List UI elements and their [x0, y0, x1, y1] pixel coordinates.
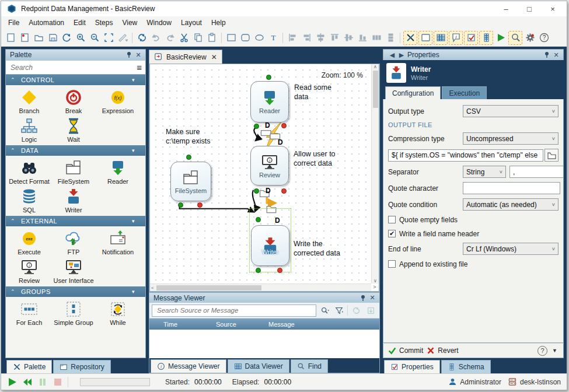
scroll-thumb[interactable] — [156, 285, 261, 290]
port-filesystem-in[interactable] — [186, 155, 191, 160]
scroll-left-icon[interactable]: < — [150, 285, 155, 290]
port-reader-in[interactable] — [266, 75, 271, 80]
help-icon[interactable]: ? — [537, 31, 551, 45]
stop-button[interactable] — [53, 377, 63, 387]
revert-button[interactable]: Revert — [427, 346, 458, 355]
palette-item-expression[interactable]: f(x)Expression — [96, 87, 140, 116]
pin-icon[interactable] — [358, 294, 368, 302]
annotation-allow[interactable]: Allow user to correct data — [294, 149, 346, 168]
port-writer-in[interactable] — [256, 217, 261, 222]
menu-view[interactable]: View — [117, 17, 142, 29]
rewind-button[interactable] — [22, 377, 33, 387]
append-row[interactable]: Append to existing file — [388, 259, 558, 269]
palette-search-input[interactable] — [9, 63, 137, 72]
message-viewer-close-icon[interactable]: ✕ — [368, 294, 377, 302]
tab-execution[interactable]: Execution — [442, 86, 487, 99]
scroll-thumb[interactable] — [373, 71, 378, 108]
distribute-horizontal-icon[interactable] — [369, 31, 383, 45]
new-document-icon[interactable] — [4, 31, 18, 45]
port-filesystem-error[interactable] — [197, 202, 203, 208]
close-button[interactable]: × — [541, 2, 564, 16]
menu-automation[interactable]: Automation — [24, 17, 69, 29]
toggle-schema-icon[interactable] — [479, 31, 493, 45]
browse-folder-button[interactable] — [544, 149, 558, 162]
palette-item-reader[interactable]: Reader — [96, 158, 140, 186]
annotation-write[interactable]: Write the corrected data — [294, 239, 346, 258]
help-circle-icon[interactable]: ? — [537, 346, 547, 356]
column-message[interactable]: Message — [265, 321, 298, 328]
filter-icon[interactable] — [333, 304, 345, 316]
palette-item-filesystem[interactable]: FileSystem — [51, 158, 96, 186]
node-filesystem[interactable]: FileSystem — [170, 162, 211, 201]
search-options-icon[interactable] — [318, 304, 331, 316]
palette-item-sql[interactable]: SQL — [7, 186, 51, 215]
align-middle-icon[interactable] — [341, 31, 355, 45]
align-left-icon[interactable] — [285, 31, 299, 45]
pin-icon[interactable] — [542, 51, 551, 59]
open-icon[interactable] — [32, 31, 46, 45]
more-options-icon[interactable]: ▼ — [551, 348, 558, 354]
palette-item-for-each[interactable]: For Each — [7, 299, 51, 327]
scroll-down-icon[interactable]: ∨ — [373, 278, 377, 284]
pause-button[interactable] — [37, 377, 48, 387]
separator-value-input[interactable] — [509, 166, 564, 178]
tab-properties[interactable]: Properties — [384, 360, 440, 373]
shape-ellipse-icon[interactable] — [252, 31, 266, 45]
quote-empty-checkbox[interactable] — [388, 216, 396, 223]
toggle-canvas-icon[interactable] — [418, 31, 432, 45]
cut-icon[interactable] — [177, 31, 191, 45]
save-icon[interactable] — [46, 31, 60, 45]
align-right-icon[interactable] — [299, 31, 313, 45]
redo-icon[interactable] — [163, 31, 177, 45]
port-review-error[interactable] — [281, 188, 287, 194]
pin-icon[interactable] — [124, 51, 134, 59]
refresh-icon[interactable] — [350, 304, 362, 316]
tab-find[interactable]: Find — [291, 359, 328, 373]
port-filesystem-out[interactable] — [178, 202, 183, 208]
menu-help[interactable]: Help — [207, 17, 231, 29]
align-center-icon[interactable] — [313, 31, 327, 45]
run-icon[interactable] — [494, 31, 508, 45]
output-file-input[interactable] — [388, 149, 543, 162]
port-review-out[interactable] — [254, 188, 259, 194]
write-header-row[interactable]: ✔ Write a field name header — [388, 229, 558, 239]
compression-type-select[interactable]: Uncompressed˅ — [463, 132, 558, 145]
write-header-checkbox[interactable]: ✔ — [388, 230, 396, 237]
section-control[interactable]: ⌃CONTROL▾ — [6, 75, 145, 85]
end-of-line-select[interactable]: Cr Lf (Windows)˅ — [463, 243, 558, 255]
palette-item-while[interactable]: While — [96, 299, 140, 327]
palette-item-review[interactable]: iReview — [7, 257, 51, 285]
scroll-right-icon[interactable]: > — [371, 284, 378, 290]
palette-item-ftp[interactable]: FTP — [51, 228, 96, 257]
toggle-data-viewer-icon[interactable] — [434, 31, 448, 45]
port-writer-out[interactable] — [256, 268, 261, 273]
tab-basicreview[interactable]: BasicReview ✕ — [149, 50, 222, 64]
palette-item-logic[interactable]: Logic — [7, 116, 51, 144]
settings-gear-icon[interactable] — [523, 31, 537, 45]
quote-character-input[interactable] — [463, 182, 560, 194]
paste-icon[interactable] — [205, 31, 219, 45]
new-automation-icon[interactable] — [18, 31, 32, 45]
port-writer-error[interactable] — [277, 268, 282, 273]
sync-icon[interactable] — [135, 31, 149, 45]
column-time[interactable]: Time — [160, 321, 212, 328]
shape-rounded-rectangle-icon[interactable] — [238, 31, 252, 45]
node-review[interactable]: i Review — [250, 146, 289, 186]
export-icon[interactable] — [364, 304, 377, 316]
palette-item-break[interactable]: Break — [51, 87, 96, 116]
design-canvas[interactable]: Zoom: 100 % — [150, 64, 371, 284]
copy-icon[interactable] — [191, 31, 205, 45]
menu-steps[interactable]: Steps — [90, 17, 118, 29]
tab-schema[interactable]: Schema — [441, 360, 491, 373]
tab-repository[interactable]: Repository — [53, 360, 110, 373]
section-groups[interactable]: ⌃GROUPS▾ — [6, 286, 145, 297]
zoom-in-icon[interactable] — [74, 31, 88, 45]
port-reader-error[interactable] — [281, 123, 287, 128]
section-data[interactable]: ⌃DATA▾ — [6, 145, 145, 156]
menu-layout[interactable]: Layout — [176, 17, 207, 29]
palette-item-simple-group[interactable]: Simple Group — [51, 299, 96, 327]
palette-close-icon[interactable]: ✕ — [134, 51, 143, 59]
guides-dropdown-icon[interactable] — [116, 31, 130, 45]
menu-edit[interactable]: Edit — [69, 17, 90, 29]
node-writer[interactable]: Writer — [251, 225, 289, 266]
